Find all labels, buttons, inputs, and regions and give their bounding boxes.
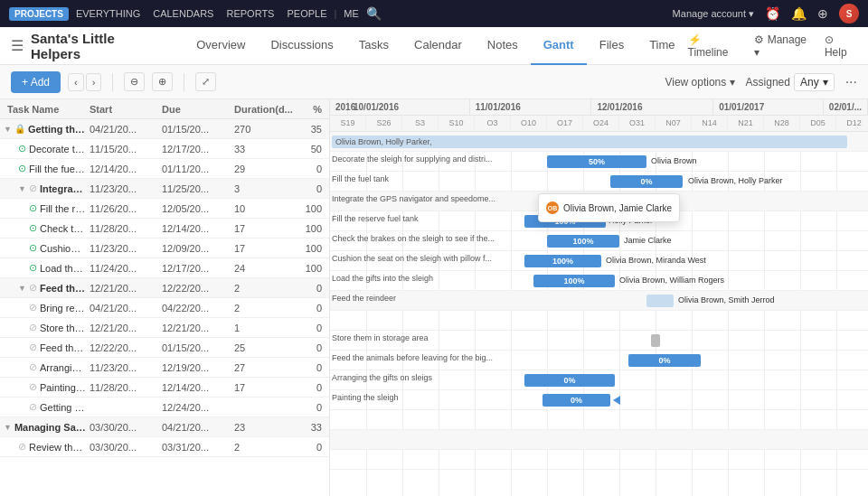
task-row[interactable]: ⊙ Fill the reserv... 11/26/20... 12/05/2… [0, 199, 329, 219]
task-duration: 1 [231, 323, 294, 333]
gantt-row-label: Painting the sleigh [332, 393, 399, 402]
gantt-week: O10 [511, 116, 547, 131]
zoom-out-btn[interactable]: ⊖ [124, 72, 145, 91]
task-row[interactable]: ⊙ Fill the fuel tank 12/14/20... 01/11/2… [0, 159, 329, 179]
status-skip-icon: ⊘ [29, 381, 37, 393]
task-row[interactable]: ⊘ Arranging the g... 11/23/20... 12/19/2… [0, 358, 329, 378]
nav-me[interactable]: ME [338, 8, 364, 19]
tab-files[interactable]: Files [587, 27, 637, 65]
projects-badge[interactable]: PROJECTS [9, 7, 69, 21]
clock-icon[interactable]: ⏰ [765, 6, 780, 21]
col-pct: % [294, 104, 326, 115]
timeline-btn[interactable]: ⚡ Timeline [688, 33, 742, 59]
nav-calendars[interactable]: CALENDARS [147, 8, 219, 19]
plus-icon[interactable]: ⊕ [817, 6, 828, 21]
task-row[interactable]: ⊙ Decorate the sl... 11/15/20... 12/17/2… [0, 139, 329, 159]
assigned-label: Assigned [746, 76, 790, 89]
menu-icon[interactable]: ☰ [11, 37, 24, 54]
chevron-down-icon: ▾ [823, 76, 828, 89]
task-pct: 100 [294, 203, 326, 214]
gantt-bar[interactable]: 0% [542, 394, 610, 407]
fullscreen-btn[interactable]: ⤢ [195, 72, 216, 91]
task-row[interactable]: ⊘ Store them in... 12/21/20... 12/21/20.… [0, 318, 329, 338]
status-skip-icon: ⊘ [29, 322, 37, 333]
tab-calendar[interactable]: Calendar [401, 27, 475, 65]
task-name-cell: ⊙ Cushion the sea... [4, 242, 86, 254]
task-pct: 0 [294, 382, 326, 393]
task-duration: 24 [231, 263, 294, 274]
status-skip-icon: ⊘ [18, 441, 26, 453]
col-duration: Duration(d... [231, 104, 294, 115]
gantt-bar-pct: 50% [589, 157, 605, 166]
nav-everything[interactable]: EVERYTHING [71, 8, 146, 19]
search-icon[interactable]: 🔍 [366, 6, 382, 21]
task-start: 11/28/20... [86, 382, 158, 393]
gantt-bar-pct: 0% [563, 376, 575, 385]
task-name-text: Check the brake... [40, 223, 86, 234]
gantt-row: Decorate the sleigh for supplying and di… [330, 152, 868, 172]
task-row[interactable]: ▼ ⊘ Feed the reinde... 12/21/20... 12/22… [0, 278, 329, 298]
gantt-arrow-icon [613, 396, 620, 405]
more-options-btn[interactable]: ··· [845, 74, 857, 90]
next-btn[interactable]: › [86, 73, 102, 91]
gantt-bar[interactable]: 100% [533, 275, 615, 287]
gantt-bar[interactable]: Olivia Brown, Holly Parker, [332, 136, 847, 148]
task-row[interactable]: ⊘ Review the clien... 03/30/20... 03/31/… [0, 437, 329, 457]
task-row[interactable]: ⊙ Load the gifts in... 11/24/20... 12/17… [0, 258, 329, 278]
manage-account-btn[interactable]: Manage account ▾ [673, 8, 754, 20]
task-pct: 0 [294, 283, 326, 294]
task-row[interactable]: ⊙ Check the brake... 11/28/20... 12/14/2… [0, 219, 329, 239]
tab-notes[interactable]: Notes [475, 27, 531, 65]
gantt-bar[interactable]: 100% [524, 255, 601, 267]
task-due: 04/21/20... [158, 422, 231, 433]
task-duration: 23 [231, 422, 294, 433]
tab-gantt[interactable]: Gantt [531, 27, 587, 65]
prev-btn[interactable]: ‹ [68, 73, 84, 91]
view-options-btn[interactable]: View options ▾ [665, 76, 734, 89]
task-row[interactable]: ⊙ Cushion the sea... 11/23/20... 12/09/2… [0, 239, 329, 258]
zoom-in-btn[interactable]: ⊕ [152, 72, 173, 91]
task-row[interactable]: ▼ ⊘ Integrate the G... 11/23/20... 11/25… [0, 179, 329, 199]
manage-btn[interactable]: ⚙ Manage ▾ [754, 33, 812, 59]
status-done-icon: ⊙ [18, 143, 26, 154]
task-name-text: Decorate the sl... [29, 144, 86, 154]
tab-tasks[interactable]: Tasks [346, 27, 401, 65]
help-btn[interactable]: ⊙ Help [825, 33, 857, 59]
gantt-row-label: Fill the reserve fuel tank [332, 214, 419, 223]
task-pct: 0 [294, 164, 326, 174]
nav-reports[interactable]: REPORTS [221, 8, 279, 19]
tab-overview[interactable]: Overview [184, 27, 258, 65]
gantt-bar[interactable]: 0% [610, 175, 683, 188]
gantt-bar-assignee: Olivia Brown, Holly Parker [688, 176, 783, 185]
task-start: 03/30/20... [86, 442, 158, 453]
task-rows: ▼ 🔒 Getting the sleigh ... 04/21/20... 0… [0, 119, 329, 496]
task-start: 11/26/20... [86, 203, 158, 214]
task-row[interactable]: ▼ 🔒 Getting the sleigh ... 04/21/20... 0… [0, 119, 329, 139]
gantt-bar[interactable]: 100% [547, 235, 619, 248]
task-row[interactable]: ⊘ Getting protecti... 12/24/20... 0 [0, 398, 329, 417]
tab-discussions[interactable]: Discussions [258, 27, 345, 65]
task-row[interactable]: ▼ Managing Santa's we... 03/30/20... 04/… [0, 417, 329, 437]
gantt-bar[interactable]: 0% [628, 354, 701, 367]
gantt-bar[interactable] [651, 334, 660, 347]
task-due: 12/14/20... [158, 382, 231, 393]
assigned-dropdown[interactable]: Any ▾ [794, 73, 835, 91]
expand-icon[interactable]: ▼ [18, 284, 26, 293]
expand-icon[interactable]: ▼ [4, 125, 12, 134]
expand-icon[interactable]: ▼ [4, 423, 12, 432]
task-duration: 17 [231, 223, 294, 234]
expand-icon[interactable]: ▼ [18, 184, 26, 193]
task-duration: 33 [231, 144, 294, 154]
gantt-bar[interactable]: 50% [547, 155, 646, 168]
task-row[interactable]: ⊘ Feed the ani... 12/22/20... 01/15/20..… [0, 338, 329, 358]
task-row[interactable]: ⊘ Bring reindee... 04/21/20... 04/22/20.… [0, 298, 329, 318]
nav-people[interactable]: PEOPLE [281, 8, 332, 19]
gantt-bar[interactable] [646, 295, 674, 307]
avatar[interactable]: S [839, 4, 859, 23]
tab-time[interactable]: Time [637, 27, 687, 65]
gantt-row-label: Feed the reindeer [332, 294, 396, 303]
task-row[interactable]: ⊘ Painting the sle... 11/28/20... 12/14/… [0, 378, 329, 398]
add-button[interactable]: + Add [11, 71, 61, 93]
bell-icon[interactable]: 🔔 [791, 6, 807, 21]
gantt-bar[interactable]: 0% [524, 374, 615, 387]
